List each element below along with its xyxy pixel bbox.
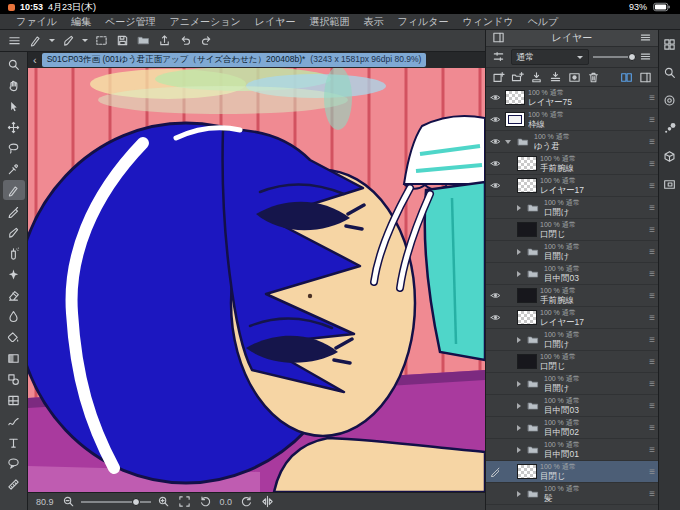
disclosure-arrow-icon[interactable] [517,447,521,453]
tool-move-layer[interactable] [3,117,25,137]
delete-icon[interactable] [585,69,602,86]
drag-handle-icon[interactable]: ≡ [649,114,655,125]
drag-handle-icon[interactable]: ≡ [649,180,655,191]
visibility-eye-icon[interactable] [487,155,504,172]
layer-row-口閉じ[interactable]: 100 % 通常口閉じ≡ [486,351,658,373]
new-folder-icon[interactable] [509,69,526,86]
layer-row-レイヤー75[interactable]: 100 % 通常レイヤー75≡ [486,87,658,109]
document-tab[interactable]: S01CP03作画 (001ゆう君正面アップ（サイズ合わせた）200408b)*… [42,53,427,67]
drag-handle-icon[interactable]: ≡ [649,268,655,279]
tab-back-chevron-icon[interactable]: ‹ [33,53,37,67]
disclosure-arrow-icon[interactable] [517,491,521,497]
zoom-slider[interactable] [81,496,151,508]
redo-icon[interactable] [198,32,215,49]
tool-eraser[interactable] [3,285,25,305]
rotate-ccw-icon[interactable] [197,493,214,510]
menu-item-8[interactable]: ウィンドウ [462,15,513,29]
quick-access-icon[interactable] [661,36,678,53]
layer-row-レイヤー17[interactable]: 100 % 通常レイヤー17≡ [486,307,658,329]
disclosure-arrow-icon[interactable] [517,381,521,387]
layer-row-目閉じ[interactable]: 100 % 通常目閉じ≡ [486,461,658,483]
drag-handle-icon[interactable]: ≡ [649,158,655,169]
drag-handle-icon[interactable]: ≡ [649,422,655,433]
zoom-out-icon[interactable] [60,493,77,510]
tool-figure[interactable] [3,369,25,389]
drag-handle-icon[interactable]: ≡ [649,444,655,455]
menu-item-7[interactable]: フィルター [398,15,449,29]
layer-row-目開け[interactable]: 100 % 通常目開け≡ [486,241,658,263]
color-wheel-icon[interactable] [661,92,678,109]
pen-icon[interactable] [27,32,44,49]
material-cube-icon[interactable] [661,148,678,165]
rotate-cw-icon[interactable] [238,493,255,510]
drag-handle-icon[interactable]: ≡ [649,312,655,323]
undo-icon[interactable] [177,32,194,49]
drag-handle-icon[interactable]: ≡ [649,290,655,301]
tool-ruler[interactable] [3,474,25,494]
tool-object[interactable] [3,96,25,116]
tool-text[interactable] [3,432,25,452]
menu-item-4[interactable]: レイヤー [255,15,296,29]
drag-handle-icon[interactable]: ≡ [649,378,655,389]
drag-handle-icon[interactable]: ≡ [649,246,655,257]
dropdown-caret-icon[interactable] [49,39,55,42]
panel-menu-icon[interactable] [637,48,654,65]
layer-thumbnail[interactable] [517,178,537,193]
tool-blend[interactable] [3,306,25,326]
tool-frame[interactable] [3,390,25,410]
zoom-in-icon[interactable] [155,493,172,510]
tool-eyedropper[interactable] [3,159,25,179]
two-pane-icon[interactable] [618,69,635,86]
layer-row-髪[interactable]: 100 % 通常髪≡ [486,483,658,505]
export-icon[interactable] [156,32,173,49]
drag-handle-icon[interactable]: ≡ [649,92,655,103]
tool-fill[interactable] [3,327,25,347]
menu-item-6[interactable]: 表示 [364,15,384,29]
disclosure-arrow-icon[interactable] [517,205,521,211]
tool-gradient[interactable] [3,348,25,368]
tool-decoration[interactable] [3,264,25,284]
search-icon[interactable] [661,64,678,81]
layer-row-目中間01[interactable]: 100 % 通常目中間01≡ [486,439,658,461]
layer-row-手前腕線[interactable]: 100 % 通常手前腕線≡ [486,285,658,307]
menu-item-9[interactable]: ヘルプ [528,15,559,29]
save-icon[interactable] [114,32,131,49]
layer-row-口開け[interactable]: 100 % 通常口開け≡ [486,197,658,219]
drawing-canvas[interactable] [28,68,485,492]
layer-thumbnail[interactable] [517,288,537,303]
drag-handle-icon[interactable]: ≡ [649,488,655,499]
tool-correct-line[interactable] [3,411,25,431]
flip-h-icon[interactable] [259,493,276,510]
drag-handle-icon[interactable]: ≡ [649,356,655,367]
layer-thumbnail[interactable] [517,464,537,479]
layer-opacity-slider[interactable] [593,51,633,63]
layer-row-レイヤー17[interactable]: 100 % 通常レイヤー17≡ [486,175,658,197]
menu-item-1[interactable]: 編集 [71,15,91,29]
merge-down-icon[interactable] [547,69,564,86]
tool-brush[interactable] [3,222,25,242]
disclosure-arrow-icon[interactable] [517,271,521,277]
menu-item-5[interactable]: 選択範囲 [310,15,350,29]
tool-airbrush[interactable] [3,243,25,263]
menu-icon[interactable] [6,32,23,49]
layer-row-目開け[interactable]: 100 % 通常目開け≡ [486,373,658,395]
layer-thumbnail[interactable] [505,90,525,105]
layer-thumbnail[interactable] [517,222,537,237]
drag-handle-icon[interactable]: ≡ [649,466,655,477]
layer-row-ゆう君[interactable]: 100 % 通常ゆう君≡ [486,131,658,153]
layer-row-枠線[interactable]: 100 % 通常枠線≡ [486,109,658,131]
visibility-eye-icon[interactable] [487,89,504,106]
layer-row-口閉じ[interactable]: 100 % 通常口閉じ≡ [486,219,658,241]
layer-row-口開け[interactable]: 100 % 通常口開け≡ [486,329,658,351]
drag-handle-icon[interactable]: ≡ [649,136,655,147]
new-layer-icon[interactable] [490,69,507,86]
dock-icon[interactable] [490,29,507,46]
tool-hand[interactable] [3,75,25,95]
visibility-eye-icon[interactable] [487,133,504,150]
disclosure-arrow-icon[interactable] [517,249,521,255]
layer-thumbnail[interactable] [517,156,537,171]
disclosure-arrow-icon[interactable] [517,403,521,409]
menu-item-2[interactable]: ページ管理 [105,15,155,29]
visibility-eye-icon[interactable] [487,111,504,128]
mask-icon[interactable] [566,69,583,86]
